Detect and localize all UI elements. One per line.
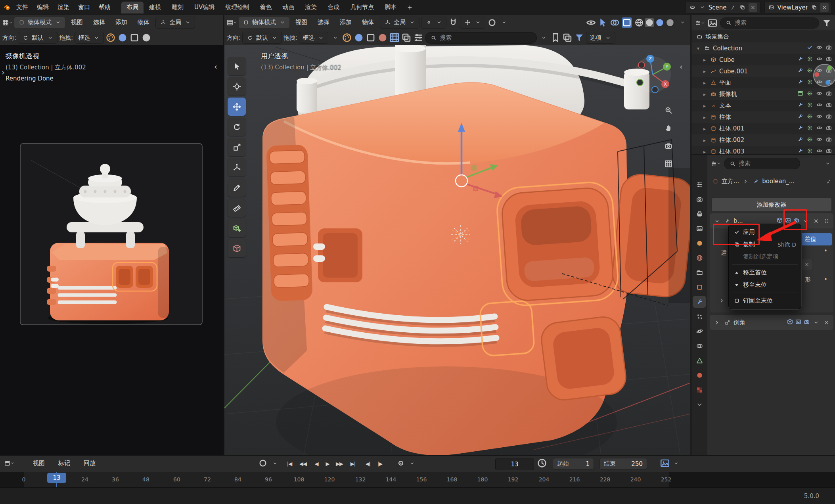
menu-item-move-to-first[interactable]: 移至首位 [729,266,801,279]
menu-item-copy-to-selected[interactable]: 复制到选定项 [729,251,801,263]
texture-icon[interactable] [117,33,128,43]
modifier-wrench-icon[interactable] [797,67,803,75]
tab-world[interactable] [693,252,706,264]
expand-chevron[interactable]: ▸ [702,57,707,63]
realtime-display-toggle[interactable] [795,319,801,326]
viewlayer-selector[interactable]: ViewLayer [764,2,832,13]
align-icon[interactable] [413,33,423,43]
menu-playback[interactable]: 回放 [79,458,100,468]
keying-set-icon[interactable] [396,458,406,468]
chevron-down-icon[interactable] [330,33,340,43]
proportional-falloff-dropdown[interactable] [499,17,509,28]
expand-chevron[interactable]: ▾ [695,46,701,51]
transform-tool[interactable] [228,158,246,176]
modifier-wrench-icon[interactable] [797,56,803,63]
object-row-camera[interactable]: ▸ 摄像机 [691,88,835,100]
chevron-down-icon[interactable] [538,33,549,43]
breadcrumb-modifier[interactable]: boolean_... [762,178,795,185]
clock-icon[interactable] [537,458,547,468]
tab-sculpting[interactable]: 雕刻 [167,2,189,13]
chevron-down-icon[interactable] [671,458,681,468]
options-dropdown[interactable]: 选项 [586,32,615,44]
tab-uv-editing[interactable]: UV编辑 [189,2,220,13]
xray-toggle[interactable] [622,17,632,28]
tool-gear-icon[interactable] [807,148,813,154]
pin-icon[interactable] [729,4,737,11]
scene-selector[interactable]: Scene [686,2,760,13]
jump-to-end-button[interactable]: ▶| [347,458,358,469]
zoom-icon[interactable] [662,104,675,117]
render-camera-icon[interactable] [826,113,832,121]
object-row-cylinder002[interactable]: ▸ 柱体.002 [691,134,835,146]
shading-wireframe-button[interactable] [634,18,644,27]
expand-chevron[interactable]: ▸ [702,126,707,132]
tool-gear-icon[interactable] [807,125,813,132]
filter-icon[interactable] [574,33,584,43]
breadcrumb-object[interactable]: 立方... [722,178,739,185]
scale-tool[interactable] [228,138,246,156]
shading-rendered-button[interactable] [665,18,675,27]
tab-particles[interactable] [693,310,706,322]
cursor-tool[interactable] [228,77,246,96]
pivot-point-selector[interactable] [421,17,446,29]
menu-marker[interactable]: 标记 [54,458,75,468]
object-row-cylinder[interactable]: ▸ 柱体 [691,111,835,123]
modifier-wrench-icon[interactable] [797,125,803,132]
frame-end-field[interactable]: 结束 250 [599,458,647,470]
tab-output[interactable] [693,208,706,220]
overlays-dropdown[interactable] [610,17,620,28]
primitive-add-tool[interactable] [228,239,246,257]
render-camera-icon[interactable] [826,90,832,98]
render-camera-icon[interactable] [826,148,832,154]
hide-eye-icon[interactable] [816,148,822,154]
move-tool[interactable] [228,98,246,116]
select-box-tool[interactable] [228,57,246,75]
editor-type-button[interactable] [4,458,14,468]
modifier-wrench-icon[interactable] [797,102,803,109]
tab-modifiers[interactable] [693,296,706,308]
edit-mode-display-toggle[interactable] [787,319,793,326]
camera-data-icon[interactable] [797,90,803,98]
measure-tool[interactable] [228,199,246,217]
gizmos-dropdown[interactable] [598,17,608,28]
modifier-wrench-icon[interactable] [797,136,803,144]
expand-chevron[interactable]: ▸ [702,80,707,86]
toolbar-expand-chevron[interactable]: › [2,68,5,76]
expand-chevron[interactable]: ▸ [702,69,707,74]
tab-shading[interactable]: 着色 [255,2,277,13]
delete-modifier-icon[interactable] [812,217,820,225]
snap-toggle[interactable] [448,17,458,28]
rotate-tool[interactable] [228,118,246,136]
modifier-wrench-icon[interactable] [797,79,803,86]
hide-eye-icon[interactable] [816,102,822,109]
new-scene-icon[interactable] [739,4,747,11]
main-3d-viewport[interactable]: 用户透视 (13) Collection | 立方体.002 Z Y X ‹ [224,45,690,455]
modifier-name[interactable]: 倒角 [733,319,745,326]
render-display-toggle[interactable] [804,319,810,326]
auto-keying-toggle[interactable] [258,458,268,468]
hide-eye-icon[interactable] [816,90,822,98]
mode-selector[interactable]: 物体模式 [14,17,65,28]
tab-physics[interactable] [693,325,706,337]
tab-rendering[interactable]: 渲染 [300,2,322,13]
drag-selector[interactable]: 框选 [299,32,328,44]
menu-item-pin-to-last[interactable]: 钉固至末位 [729,295,801,307]
gradient-colors-icon[interactable] [105,33,116,43]
add-cube-tool[interactable] [228,219,246,237]
menu-edit[interactable]: 编辑 [33,2,53,13]
render-camera-icon[interactable] [826,136,832,144]
editor-type-button[interactable] [227,17,237,28]
hide-eye-icon[interactable] [816,44,822,52]
tab-render[interactable] [693,193,706,205]
tab-material[interactable] [693,369,706,381]
visibility-dropdown[interactable] [586,17,596,28]
tab-view-layer[interactable] [693,222,706,234]
frame-start-field[interactable]: 起始 1 [553,458,594,470]
render-camera-icon[interactable] [826,44,832,52]
pie-icon[interactable] [141,33,151,43]
expand-chevron[interactable]: ▸ [702,103,707,109]
jump-to-start-button[interactable]: |◀ [284,458,295,469]
object-row-text[interactable]: ▸ 文本 [691,100,835,111]
subpanel-expand-chevron[interactable] [718,297,726,305]
material-toggle-icon[interactable] [354,33,364,43]
